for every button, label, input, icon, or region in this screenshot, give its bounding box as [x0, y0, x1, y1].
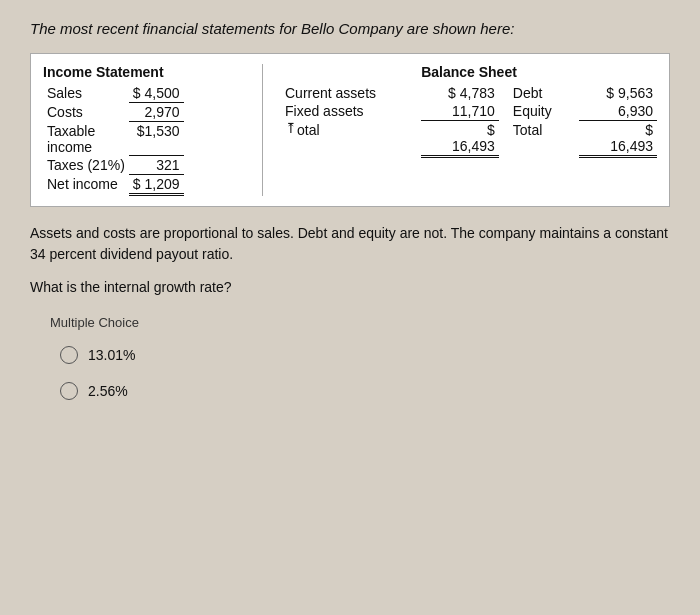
fixed-assets-row: Fixed assets 11,710 Equity 6,930	[281, 102, 657, 121]
sales-row: Sales $ 4,500	[43, 84, 184, 103]
bs-total-right-label: Total	[499, 121, 580, 157]
radio-button-1[interactable]	[60, 346, 78, 364]
taxes-value: 321	[129, 156, 184, 175]
balance-sheet: Balance Sheet Current assets $ 4,783 Deb…	[273, 64, 657, 196]
financial-tables: Income Statement Sales $ 4,500 Costs 2,9…	[30, 53, 670, 207]
choice-option-2[interactable]: 2.56%	[60, 382, 670, 400]
net-income-value: $ 1,209	[129, 175, 184, 195]
taxable-label: Taxableincome	[43, 122, 129, 156]
bs-total-row: ⤒otal $16,493 Total $16,493	[281, 121, 657, 157]
bs-assets-total: $16,493	[421, 121, 499, 157]
taxes-row: Taxes (21%) 321	[43, 156, 184, 175]
net-income-label: Net income	[43, 175, 129, 195]
fixed-assets-label: Fixed assets	[281, 102, 421, 121]
question-text: What is the internal growth rate?	[30, 279, 670, 295]
description-text: Assets and costs are proportional to sal…	[30, 223, 670, 265]
page: The most recent financial statements for…	[0, 0, 700, 615]
fixed-assets-value: 11,710	[421, 102, 499, 121]
taxable-income-row: Taxableincome $1,530	[43, 122, 184, 156]
choice-text-1: 13.01%	[88, 347, 135, 363]
income-statement-title: Income Statement	[43, 64, 246, 80]
choice-text-2: 2.56%	[88, 383, 128, 399]
income-statement: Income Statement Sales $ 4,500 Costs 2,9…	[43, 64, 263, 196]
bs-total-label: ⤒otal	[281, 121, 421, 157]
taxes-label: Taxes (21%)	[43, 156, 129, 175]
current-assets-row: Current assets $ 4,783 Debt $ 9,563	[281, 84, 657, 102]
balance-sheet-title: Balance Sheet	[281, 64, 657, 80]
taxable-value: $1,530	[129, 122, 184, 156]
radio-button-2[interactable]	[60, 382, 78, 400]
choice-option-1[interactable]: 13.01%	[60, 346, 670, 364]
net-income-row: Net income $ 1,209	[43, 175, 184, 195]
sales-value: $ 4,500	[129, 84, 184, 103]
bs-liabilities-total: $16,493	[579, 121, 657, 157]
equity-label: Equity	[499, 102, 580, 121]
costs-label: Costs	[43, 103, 129, 122]
debt-label: Debt	[499, 84, 580, 102]
income-table: Sales $ 4,500 Costs 2,970 Taxableincome …	[43, 84, 184, 196]
current-assets-label: Current assets	[281, 84, 421, 102]
equity-value: 6,930	[579, 102, 657, 121]
sales-label: Sales	[43, 84, 129, 103]
costs-row: Costs 2,970	[43, 103, 184, 122]
current-assets-value: $ 4,783	[421, 84, 499, 102]
multiple-choice-label: Multiple Choice	[50, 315, 670, 330]
intro-text: The most recent financial statements for…	[30, 20, 670, 37]
multiple-choice-section: Multiple Choice 13.01% 2.56%	[30, 315, 670, 400]
balance-table: Current assets $ 4,783 Debt $ 9,563 Fixe…	[281, 84, 657, 158]
debt-value: $ 9,563	[579, 84, 657, 102]
costs-value: 2,970	[129, 103, 184, 122]
